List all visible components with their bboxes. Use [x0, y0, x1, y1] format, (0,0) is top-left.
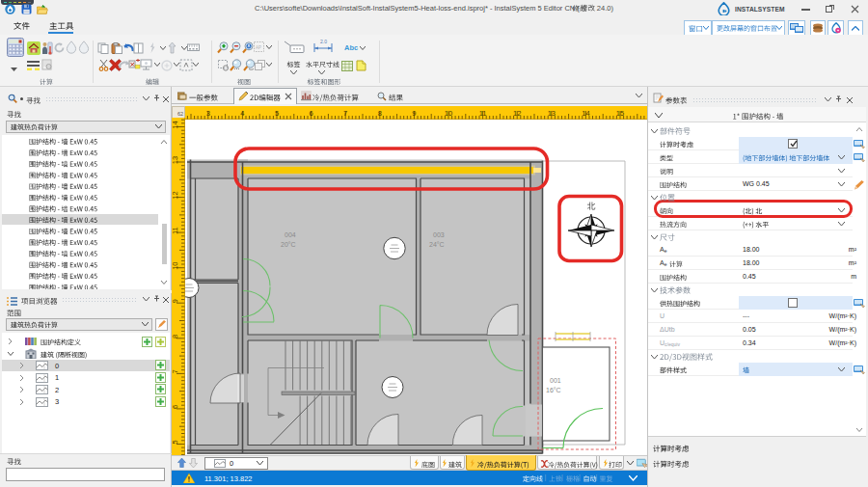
- svg-text:10: 10: [172, 262, 179, 270]
- svg-text:13: 13: [172, 156, 179, 164]
- svg-text:003: 003: [433, 230, 445, 237]
- svg-text:2.0: 2.0: [320, 39, 327, 44]
- svg-text:6: 6: [310, 108, 313, 117]
- svg-text:8: 8: [172, 335, 179, 338]
- svg-text:6: 6: [172, 405, 179, 409]
- svg-text:5: 5: [275, 108, 279, 117]
- svg-text:004: 004: [285, 230, 296, 237]
- svg-text:9: 9: [412, 108, 416, 117]
- svg-text:12: 12: [172, 191, 179, 199]
- svg-text:14: 14: [172, 121, 179, 128]
- svg-text:15: 15: [616, 108, 624, 117]
- svg-text:12: 12: [513, 108, 521, 117]
- svg-text:3: 3: [206, 108, 210, 117]
- svg-text:11: 11: [479, 108, 487, 117]
- svg-text:14: 14: [582, 108, 589, 117]
- svg-text:13: 13: [548, 108, 556, 117]
- svg-text:11: 11: [172, 227, 179, 234]
- svg-text:7: 7: [343, 108, 347, 117]
- svg-text:AP: AP: [256, 45, 261, 50]
- svg-text:16°C: 16°C: [546, 386, 561, 392]
- svg-text:20°C: 20°C: [281, 240, 296, 247]
- svg-text:4: 4: [240, 108, 244, 117]
- svg-text:24°C: 24°C: [429, 240, 445, 247]
- svg-text:7: 7: [172, 369, 179, 373]
- svg-text:9: 9: [172, 299, 179, 303]
- svg-text:10: 10: [445, 108, 452, 117]
- svg-text:001: 001: [550, 376, 561, 383]
- svg-text:8: 8: [378, 108, 382, 117]
- svg-text:5: 5: [172, 440, 179, 444]
